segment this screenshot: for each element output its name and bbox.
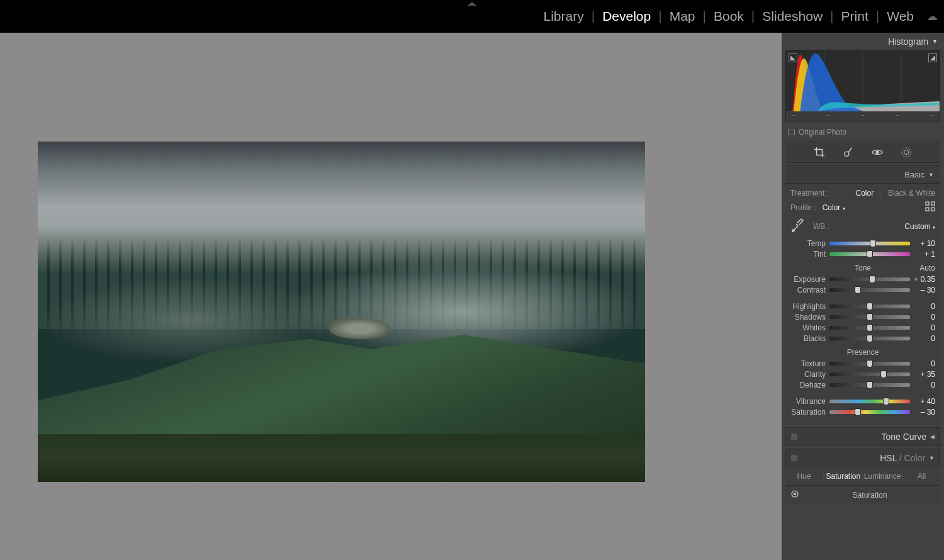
clarity-value[interactable]: + 35	[914, 370, 935, 379]
module-library[interactable]: Library	[536, 9, 591, 24]
treatment-bw-option[interactable]: Black & White	[888, 189, 935, 198]
wb-dropdown[interactable]: Custom ▾	[904, 222, 935, 231]
profile-browser-icon[interactable]	[925, 201, 935, 213]
saturation-thumb[interactable]	[855, 408, 861, 416]
original-photo-toggle[interactable]: Original Photo	[782, 125, 944, 142]
module-print[interactable]: Print	[834, 9, 876, 24]
exposure-value[interactable]: + 0.35	[914, 275, 935, 284]
crop-tool-icon[interactable]	[814, 147, 825, 158]
blacks-value[interactable]: 0	[914, 334, 935, 343]
temp-value[interactable]: + 10	[914, 239, 935, 248]
hsl-tab-saturation[interactable]: Saturation	[824, 468, 862, 485]
module-slideshow[interactable]: Slideshow	[755, 9, 830, 24]
whites-track[interactable]	[829, 326, 910, 330]
panel-switch-icon[interactable]	[791, 455, 797, 461]
panel-switch-icon[interactable]	[791, 434, 797, 440]
histogram[interactable]: –––––	[785, 50, 940, 121]
dehaze-slider[interactable]: Dehaze0	[790, 381, 935, 389]
whites-thumb[interactable]	[867, 324, 873, 332]
histogram-panel-header[interactable]: Histogram ▼	[782, 33, 944, 50]
tint-track[interactable]	[829, 252, 910, 256]
basic-panel-header[interactable]: Basic ▼	[785, 165, 940, 184]
hsl-panel-header[interactable]: HSL / Color ▼	[785, 449, 940, 468]
texture-slider[interactable]: Texture0	[790, 359, 935, 368]
texture-value[interactable]: 0	[914, 359, 935, 368]
temp-slider[interactable]: Temp+ 10	[790, 239, 935, 248]
temp-label: Temp	[790, 239, 826, 248]
saturation-label: Saturation	[790, 408, 826, 417]
photo-preview[interactable]	[38, 142, 645, 482]
contrast-slider[interactable]: Contrast– 30	[790, 286, 935, 294]
clarity-slider[interactable]: Clarity+ 35	[790, 370, 935, 379]
treatment-label: Treatment :	[790, 189, 829, 198]
tint-thumb[interactable]	[867, 250, 873, 258]
texture-label: Texture	[790, 359, 826, 368]
contrast-value[interactable]: – 30	[914, 286, 935, 294]
svg-rect-10	[926, 202, 929, 205]
exposure-thumb[interactable]	[869, 276, 875, 283]
texture-track[interactable]	[829, 362, 910, 366]
basic-panel-body: Treatment : Color | Black & White Profil…	[785, 184, 940, 425]
saturation-track[interactable]	[829, 410, 910, 414]
svg-marker-1	[930, 55, 935, 60]
whites-value[interactable]: 0	[914, 323, 935, 332]
dehaze-track[interactable]	[829, 383, 910, 387]
temp-thumb[interactable]	[870, 240, 876, 247]
wb-eyedropper-icon[interactable]	[790, 217, 807, 235]
highlights-track[interactable]	[829, 305, 910, 308]
masking-tool-icon[interactable]	[901, 147, 912, 158]
clarity-label: Clarity	[790, 370, 826, 379]
dehaze-thumb[interactable]	[867, 381, 873, 389]
blacks-slider[interactable]: Blacks0	[790, 334, 935, 343]
vibrance-value[interactable]: + 40	[914, 397, 935, 406]
saturation-slider[interactable]: Saturation– 30	[790, 408, 935, 417]
hsl-tabs: Hue| Saturation| Luminance| All	[785, 468, 940, 486]
shadows-track[interactable]	[829, 315, 910, 319]
hsl-tab-all[interactable]: All	[903, 468, 940, 485]
temp-track[interactable]	[829, 242, 910, 245]
tone-curve-panel-header[interactable]: Tone Curve ◀	[785, 427, 940, 446]
vibrance-thumb[interactable]	[883, 398, 889, 405]
clarity-thumb[interactable]	[880, 371, 887, 378]
highlights-value[interactable]: 0	[914, 302, 935, 311]
tint-slider[interactable]: Tint+ 1	[790, 250, 935, 259]
saturation-value[interactable]: – 30	[914, 408, 935, 417]
redeye-tool-icon[interactable]	[872, 147, 883, 158]
blacks-thumb[interactable]	[867, 335, 873, 342]
exposure-slider[interactable]: Exposure+ 0.35	[790, 275, 935, 284]
hsl-tab-luminance[interactable]: Luminance	[864, 468, 901, 485]
highlights-slider[interactable]: Highlights0	[790, 302, 935, 311]
shadow-clipping-toggle[interactable]	[789, 53, 797, 62]
auto-tone-button[interactable]: Auto	[919, 264, 935, 272]
profile-dropdown[interactable]: Color ▾	[823, 203, 845, 212]
dehaze-value[interactable]: 0	[914, 381, 935, 389]
treatment-color-option[interactable]: Color	[855, 189, 874, 198]
spot-removal-tool-icon[interactable]	[843, 147, 854, 158]
shadows-thumb[interactable]	[867, 313, 873, 321]
vibrance-slider[interactable]: Vibrance+ 40	[790, 397, 935, 406]
texture-thumb[interactable]	[867, 360, 873, 367]
cloud-sync-icon[interactable]: ☁	[926, 9, 938, 23]
panel-expand-icon[interactable]	[468, 2, 476, 6]
module-map[interactable]: Map	[662, 9, 703, 24]
exposure-track[interactable]	[829, 277, 910, 281]
highlight-clipping-toggle[interactable]	[928, 53, 937, 62]
image-canvas[interactable]	[0, 33, 782, 560]
wb-label: WB :	[813, 222, 829, 231]
tint-value[interactable]: + 1	[914, 250, 935, 259]
shadows-slider[interactable]: Shadows0	[790, 313, 935, 322]
shadows-value[interactable]: 0	[914, 313, 935, 322]
contrast-track[interactable]	[829, 288, 910, 292]
targeted-adjustment-icon[interactable]	[790, 490, 799, 500]
module-web[interactable]: Web	[879, 9, 921, 24]
module-book[interactable]: Book	[706, 9, 751, 24]
module-develop[interactable]: Develop	[595, 9, 658, 24]
blacks-track[interactable]	[829, 337, 910, 340]
clarity-track[interactable]	[829, 372, 910, 376]
contrast-thumb[interactable]	[855, 286, 861, 294]
hsl-tab-hue[interactable]: Hue	[785, 468, 823, 485]
presence-section-label: Presence	[847, 348, 879, 357]
whites-slider[interactable]: Whites0	[790, 323, 935, 332]
vibrance-track[interactable]	[829, 400, 910, 403]
highlights-thumb[interactable]	[867, 303, 873, 310]
